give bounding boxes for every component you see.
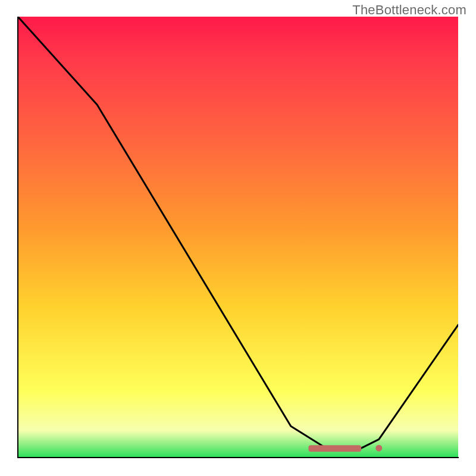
y-axis-line	[17, 17, 18, 458]
optimal-point-marker	[375, 445, 382, 452]
x-axis-line	[17, 457, 459, 458]
bottleneck-curve	[18, 17, 458, 448]
chart-root: TheBottleneck.com	[0, 0, 476, 476]
chart-area	[18, 17, 458, 457]
watermark-text: TheBottleneck.com	[352, 2, 466, 18]
curve-layer	[18, 17, 458, 457]
optimal-range-marker	[308, 445, 361, 452]
